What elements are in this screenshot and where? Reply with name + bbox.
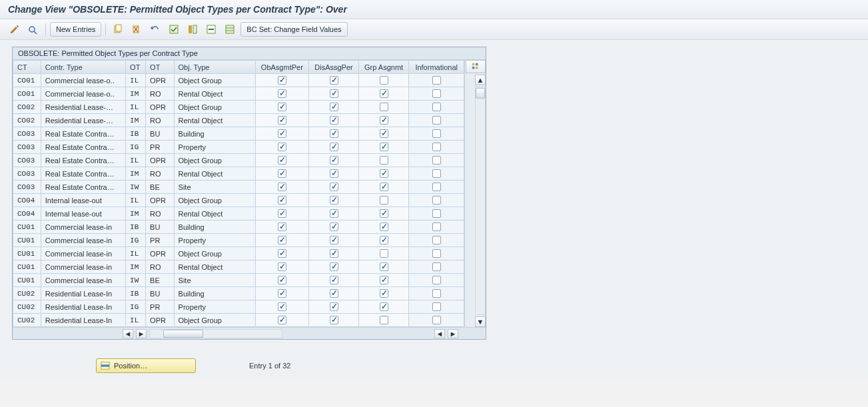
grpasgnmt-checkbox[interactable] <box>380 209 388 218</box>
cell-ot2[interactable]: OPR <box>146 194 174 207</box>
toggle-display-change-icon[interactable] <box>7 22 23 37</box>
informational-checkbox[interactable] <box>432 156 441 165</box>
scroll-right-near-icon[interactable]: ► <box>136 329 147 338</box>
cell-ct[interactable]: CU01 <box>13 247 41 260</box>
grpasgnmt-checkbox[interactable] <box>380 169 388 178</box>
cell-contr-type[interactable]: Real Estate Contra… <box>41 141 125 154</box>
informational-checkbox[interactable] <box>432 76 441 85</box>
cell-contr-type[interactable]: Commercial lease-in <box>41 274 125 287</box>
disassgper-checkbox[interactable] <box>330 103 338 111</box>
cell-ot2[interactable]: OPR <box>146 314 174 327</box>
grpasgnmt-checkbox[interactable] <box>380 76 388 85</box>
table-row[interactable]: CO03Real Estate Contra…IBBUBuilding <box>13 127 464 141</box>
cell-ot1[interactable]: IM <box>126 260 146 274</box>
cell-ct[interactable]: CO03 <box>13 181 41 194</box>
undo-change-icon[interactable] <box>147 22 163 37</box>
select-block-icon[interactable] <box>185 22 201 37</box>
cell-ot2[interactable]: PR <box>146 141 174 154</box>
scroll-left-icon[interactable]: ◄ <box>123 329 133 338</box>
cell-obj-type[interactable]: Building <box>174 127 255 141</box>
obasgmtper-checkbox[interactable] <box>278 129 286 138</box>
cell-contr-type[interactable]: Real Estate Contra… <box>41 127 125 141</box>
cell-ct[interactable]: CO03 <box>13 141 41 154</box>
cell-ot1[interactable]: IL <box>126 194 146 207</box>
cell-obj-type[interactable]: Rental Object <box>174 260 255 274</box>
table-row[interactable]: CO01Commercial lease-o..IMRORental Objec… <box>13 87 464 101</box>
table-config-button[interactable] <box>466 60 486 73</box>
informational-checkbox[interactable] <box>432 89 441 98</box>
cell-obj-type[interactable]: Object Group <box>174 101 255 114</box>
disassgper-checkbox[interactable] <box>330 156 338 165</box>
disassgper-checkbox[interactable] <box>330 169 338 178</box>
cell-ot1[interactable]: IG <box>126 234 146 247</box>
cell-ot1[interactable]: IW <box>126 274 146 287</box>
cell-contr-type[interactable]: Commercial lease-in <box>41 220 125 234</box>
informational-checkbox[interactable] <box>432 249 441 258</box>
cell-ot2[interactable]: OPR <box>146 74 174 87</box>
grpasgnmt-checkbox[interactable] <box>380 302 388 311</box>
table-row[interactable]: CU01Commercial lease-inIBBUBuilding <box>13 220 464 234</box>
cell-ot2[interactable]: BU <box>146 220 174 234</box>
cell-obj-type[interactable]: Site <box>174 181 255 194</box>
disassgper-checkbox[interactable] <box>330 302 338 311</box>
informational-checkbox[interactable] <box>432 276 441 284</box>
obasgmtper-checkbox[interactable] <box>278 302 286 311</box>
cell-ct[interactable]: CU02 <box>13 314 41 327</box>
position-button[interactable]: Position… <box>96 358 196 373</box>
other-view-icon[interactable] <box>25 22 41 37</box>
informational-checkbox[interactable] <box>432 183 441 191</box>
cell-ot2[interactable]: RO <box>146 207 174 220</box>
col-obj-type[interactable]: Obj. Type <box>174 61 255 74</box>
delete-icon[interactable] <box>129 22 145 37</box>
cell-ot2[interactable]: BU <box>146 127 174 141</box>
scroll-right-far-icon[interactable]: ► <box>448 329 458 338</box>
table-row[interactable]: CU02Residential Lease-InILOPRObject Grou… <box>13 314 464 327</box>
cell-ot1[interactable]: IB <box>126 127 146 141</box>
cell-obj-type[interactable]: Building <box>174 287 255 300</box>
cell-ct[interactable]: CU01 <box>13 220 41 234</box>
table-row[interactable]: CU02Residential Lease-InIBBUBuilding <box>13 287 464 300</box>
obasgmtper-checkbox[interactable] <box>278 249 286 258</box>
obasgmtper-checkbox[interactable] <box>278 289 286 298</box>
obasgmtper-checkbox[interactable] <box>278 316 286 324</box>
informational-checkbox[interactable] <box>432 129 441 138</box>
cell-ot1[interactable]: IG <box>126 141 146 154</box>
cell-contr-type[interactable]: Internal lease-out <box>41 207 125 220</box>
cell-obj-type[interactable]: Property <box>174 300 255 314</box>
disassgper-checkbox[interactable] <box>330 289 338 298</box>
cell-obj-type[interactable]: Rental Object <box>174 87 255 101</box>
cell-contr-type[interactable]: Residential Lease-In <box>41 300 125 314</box>
informational-checkbox[interactable] <box>432 196 441 204</box>
cell-contr-type[interactable]: Real Estate Contra… <box>41 154 125 167</box>
cell-ot2[interactable]: BU <box>146 287 174 300</box>
col-disassgper[interactable]: DisAssgPer <box>309 61 359 74</box>
obasgmtper-checkbox[interactable] <box>278 156 286 165</box>
informational-checkbox[interactable] <box>432 302 441 311</box>
cell-obj-type[interactable]: Object Group <box>174 247 255 260</box>
grpasgnmt-checkbox[interactable] <box>380 103 388 111</box>
cell-ot1[interactable]: IL <box>126 314 146 327</box>
disassgper-checkbox[interactable] <box>330 129 338 138</box>
table-row[interactable]: CO04Internal lease-outIMRORental Object <box>13 207 464 220</box>
table-row[interactable]: CO02Residential Lease-…IMRORental Object <box>13 114 464 127</box>
obasgmtper-checkbox[interactable] <box>278 116 286 125</box>
cell-ct[interactable]: CO01 <box>13 87 41 101</box>
col-ot2[interactable]: OT <box>146 61 174 74</box>
cell-obj-type[interactable]: Object Group <box>174 194 255 207</box>
disassgper-checkbox[interactable] <box>330 143 338 151</box>
cell-ct[interactable]: CO01 <box>13 74 41 87</box>
disassgper-checkbox[interactable] <box>330 236 338 244</box>
table-row[interactable]: CU01Commercial lease-inIGPRProperty <box>13 234 464 247</box>
obasgmtper-checkbox[interactable] <box>278 89 286 98</box>
cell-obj-type[interactable]: Rental Object <box>174 167 255 181</box>
informational-checkbox[interactable] <box>432 289 441 298</box>
informational-checkbox[interactable] <box>432 316 441 324</box>
grpasgnmt-checkbox[interactable] <box>380 222 388 231</box>
scroll-up-icon[interactable]: ▲ <box>475 75 486 85</box>
hscroll-thumb[interactable] <box>163 330 203 338</box>
disassgper-checkbox[interactable] <box>330 209 338 218</box>
disassgper-checkbox[interactable] <box>330 249 338 258</box>
table-settings-icon[interactable] <box>222 22 238 37</box>
grpasgnmt-checkbox[interactable] <box>380 89 388 98</box>
cell-contr-type[interactable]: Commercial lease-in <box>41 234 125 247</box>
